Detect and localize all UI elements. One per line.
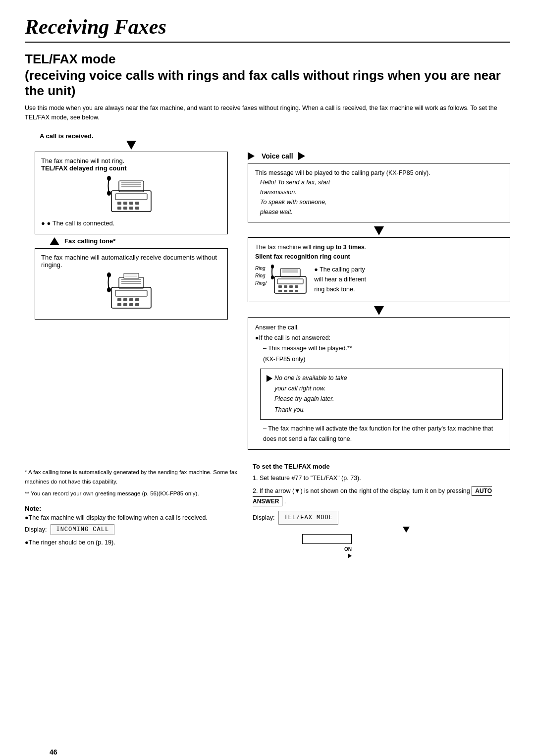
footnote-star1: * A fax calling tone is automatically ge… bbox=[25, 468, 238, 486]
note-display-label: Display: bbox=[25, 526, 47, 533]
call-received-label: A call is received. bbox=[40, 132, 94, 140]
answer-line2: ●If the call is not answered: bbox=[255, 333, 503, 343]
svg-rect-44 bbox=[295, 290, 298, 292]
svg-rect-36 bbox=[277, 279, 303, 284]
arrow-down-1 bbox=[126, 141, 136, 150]
svg-rect-6 bbox=[117, 207, 121, 210]
left-large-box: The fax machine will not ring. TEL/FAX d… bbox=[35, 152, 228, 234]
note-line1: ●The fax machine will display the follow… bbox=[25, 514, 238, 521]
voice-call-row: Voice call bbox=[248, 152, 510, 160]
answer-call-box: Answer the call. ●If the call is not ans… bbox=[248, 317, 510, 450]
intro-text: Use this mode when you are always near t… bbox=[25, 104, 510, 122]
italic-msg1-l1: Hello! To send a fax, start bbox=[260, 179, 330, 186]
svg-rect-18 bbox=[117, 298, 121, 301]
svg-rect-8 bbox=[129, 207, 133, 210]
fax-machine-left-top bbox=[107, 176, 156, 216]
answer-line3: – This message will be played.** bbox=[263, 343, 503, 354]
svg-rect-42 bbox=[284, 290, 287, 292]
italic-msg1-l3: To speak with someone, bbox=[260, 199, 326, 206]
display-down-arrow bbox=[403, 527, 410, 533]
svg-rect-5 bbox=[135, 202, 139, 205]
svg-rect-4 bbox=[129, 202, 133, 205]
to-set-display-row: Display: TEL/FAX MODE bbox=[253, 511, 510, 525]
svg-point-14 bbox=[107, 176, 111, 181]
note-display-row: Display: INCOMING CALL bbox=[25, 524, 238, 535]
page-title: Receiving Faxes bbox=[25, 15, 510, 43]
on-arrow bbox=[348, 553, 352, 558]
calling-party-text: ● The calling party will hear a differen… bbox=[314, 265, 366, 294]
arrow-right-col-2 bbox=[248, 305, 510, 317]
italic-message1: Hello! To send a fax, start transmission… bbox=[260, 177, 503, 217]
notes-left: * A fax calling tone is automatically ge… bbox=[25, 463, 238, 558]
voice-call-arrow2 bbox=[298, 152, 305, 160]
left-box1-line1: The fax machine will not ring. bbox=[41, 157, 221, 164]
svg-rect-2 bbox=[117, 202, 121, 205]
note-line2: ●The ringer should be on (p. 19). bbox=[25, 539, 238, 546]
left-box2-text: The fax machine will automatically recei… bbox=[41, 254, 221, 269]
svg-rect-24 bbox=[129, 303, 133, 306]
section-subheading: (receiving voice calls with rings and fa… bbox=[25, 68, 510, 99]
answer-line4: (KX-FP85 only) bbox=[263, 354, 503, 365]
svg-rect-37 bbox=[278, 285, 282, 288]
left-column: A call is received. The fax machine will… bbox=[25, 132, 238, 453]
svg-rect-40 bbox=[295, 285, 298, 288]
to-set-display-value: TEL/FAX MODE bbox=[278, 511, 338, 525]
italic-msg2-text: No one is available to take your call ri… bbox=[274, 373, 347, 415]
bottom-section: * A fax calling tone is automatically ge… bbox=[25, 463, 510, 558]
calling-party-l1: ● The calling party bbox=[314, 266, 365, 273]
svg-rect-10 bbox=[119, 181, 144, 192]
svg-point-31 bbox=[107, 287, 111, 292]
svg-rect-3 bbox=[123, 202, 127, 205]
note-title: Note: bbox=[25, 505, 238, 512]
page-number: 46 bbox=[50, 748, 57, 756]
svg-rect-7 bbox=[123, 207, 127, 210]
calling-party-l2: will hear a different bbox=[314, 276, 366, 283]
right-top-box: This message will be played to the calli… bbox=[248, 163, 510, 223]
svg-point-15 bbox=[107, 191, 111, 196]
italic-msg2-l1: No one is available to take bbox=[274, 375, 347, 381]
svg-rect-17 bbox=[115, 290, 147, 296]
fax-machine-left-bottom bbox=[107, 272, 156, 312]
right-box1-text: This message will be played to the calli… bbox=[255, 168, 503, 178]
italic-msg2-l2: your call right now. bbox=[274, 385, 326, 392]
voice-call-label: Voice call bbox=[262, 152, 293, 160]
step2-part1: 2. If the arrow (▼) is not shown on the … bbox=[253, 487, 472, 494]
svg-rect-45 bbox=[280, 269, 300, 277]
left-box1-line2: TEL/FAX delayed ring count bbox=[41, 164, 221, 172]
to-set-step1: 1. Set feature #77 to "TEL/FAX" (p. 73). bbox=[253, 473, 510, 484]
svg-rect-20 bbox=[129, 298, 133, 301]
svg-rect-1 bbox=[115, 194, 147, 200]
italic-msg1-l4: please wait. bbox=[260, 209, 293, 216]
svg-rect-22 bbox=[117, 303, 121, 306]
italic-msg2-l4: Thank you. bbox=[274, 406, 305, 413]
svg-rect-39 bbox=[289, 285, 293, 288]
svg-rect-26 bbox=[119, 277, 144, 288]
svg-rect-38 bbox=[284, 285, 287, 288]
section-heading: TEL/FAX mode bbox=[25, 52, 510, 67]
ring-times-text: The fax machine will ring up to 3 times.… bbox=[255, 243, 503, 262]
svg-rect-23 bbox=[123, 303, 127, 306]
ring-labels: RingRingRing/ bbox=[255, 265, 267, 287]
left-bottom-box: The fax machine will automatically recei… bbox=[35, 248, 228, 320]
fax-calling-tone: Fax calling tone* bbox=[64, 237, 115, 245]
to-set-steps: 1. Set feature #77 to "TEL/FAX" (p. 73).… bbox=[253, 473, 510, 558]
voice-call-arrow bbox=[248, 152, 255, 160]
svg-rect-9 bbox=[135, 207, 139, 210]
svg-rect-43 bbox=[289, 290, 293, 292]
italic-message2: No one is available to take your call ri… bbox=[260, 369, 503, 420]
svg-rect-32 bbox=[124, 273, 139, 278]
fax-machine-ring bbox=[270, 265, 310, 297]
italic-msg2-l3: Please try again later. bbox=[274, 395, 334, 402]
answer-line1: Answer the call. bbox=[255, 323, 503, 333]
quote2-arrow bbox=[267, 375, 272, 382]
display-arrow-on: ON bbox=[302, 527, 510, 558]
step2-part2: . bbox=[284, 498, 286, 505]
to-set-display-label: Display: bbox=[253, 513, 274, 523]
call-connected: ● The call is connected. bbox=[41, 219, 221, 227]
silent-fax-label: Silent fax recognition ring count bbox=[255, 253, 350, 260]
svg-point-49 bbox=[271, 275, 274, 279]
main-layout: A call is received. The fax machine will… bbox=[25, 132, 510, 453]
calling-party-l3: ring back tone. bbox=[314, 286, 355, 293]
svg-rect-21 bbox=[135, 298, 139, 301]
answer-line5: – The fax machine will activate the fax … bbox=[263, 424, 503, 445]
